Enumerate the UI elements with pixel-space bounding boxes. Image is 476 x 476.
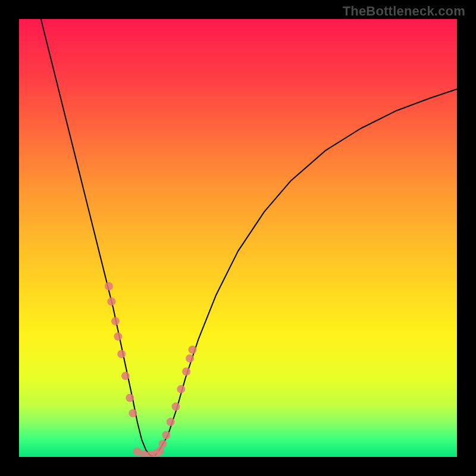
data-marker (111, 317, 120, 325)
data-marker (129, 409, 137, 417)
data-marker (107, 298, 115, 306)
data-marker (156, 447, 164, 455)
plot-area (19, 19, 457, 457)
data-marker (117, 350, 126, 358)
watermark-text: TheBottleneck.com (343, 4, 465, 19)
data-marker (167, 418, 175, 426)
chart-frame: TheBottleneck.com (0, 0, 476, 476)
bottleneck-curve-path (41, 19, 457, 456)
data-marker (171, 402, 180, 411)
data-marker (114, 333, 122, 341)
markers-group (105, 282, 197, 457)
chart-svg (19, 19, 457, 457)
data-marker (186, 354, 194, 362)
data-marker (126, 394, 134, 402)
data-marker (162, 431, 170, 439)
curve-group (41, 19, 457, 456)
data-marker (121, 372, 130, 380)
data-marker (188, 346, 196, 354)
data-marker (105, 282, 113, 290)
data-marker (177, 385, 185, 393)
data-marker (182, 367, 190, 375)
